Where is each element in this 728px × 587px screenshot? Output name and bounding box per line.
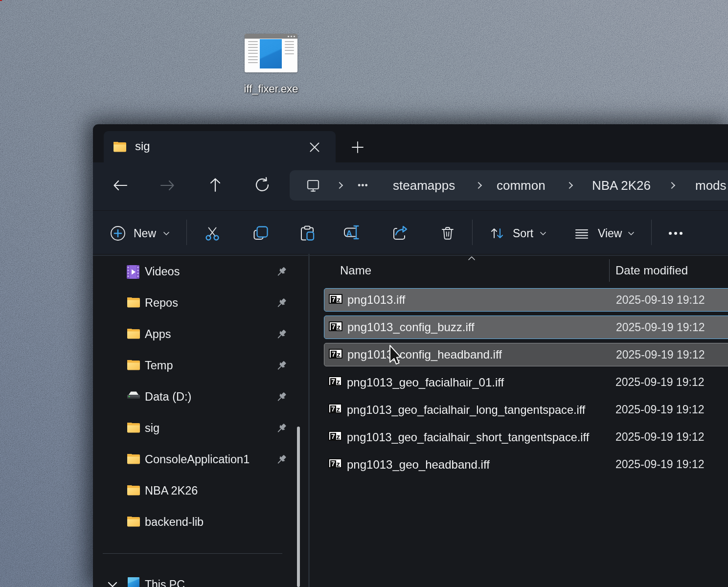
svg-text:A: A — [346, 229, 352, 238]
